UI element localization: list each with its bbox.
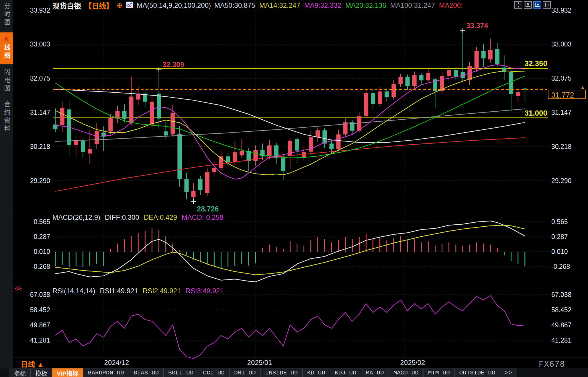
rsi-axis-label-right: 49.867	[551, 321, 587, 329]
macd-dea-value: DEA:0.429	[144, 213, 177, 221]
price-axis-label-left: 31.147	[13, 109, 50, 116]
date-axis-label: 2024/12	[104, 359, 129, 367]
macd-axis-label-left: 0.287	[13, 233, 50, 240]
price-axis-label-right: 31.147	[551, 109, 587, 116]
ma-value: MA100:31.247	[390, 1, 435, 9]
level-price-label: 31.000	[512, 109, 547, 118]
price-axis-label-right: 30.218	[551, 143, 587, 150]
extreme-markers	[156, 28, 465, 204]
macd-axis-label-right: 0.010	[551, 248, 587, 255]
extreme-price-label: 33.374	[466, 22, 488, 30]
rsi1-value: RSI1:49.921	[100, 287, 138, 295]
ma-value: MA14:32.247	[259, 1, 300, 9]
rsi-axis-label-left: 58.452	[13, 306, 50, 314]
macd-histogram	[55, 228, 525, 268]
period-tag[interactable]: 【日线】	[85, 0, 113, 11]
level-price-label: 32.350	[512, 59, 547, 68]
sidebar-tab-闪电图[interactable]: 闪电图	[0, 66, 13, 97]
axis-shift-icon[interactable]	[543, 1, 551, 9]
chart-header: 现货白银 【日线】 ⊕ MA(50,14,9,20,100,200) MA50:…	[52, 1, 463, 9]
price-axis-label-left: 33.932	[13, 7, 50, 14]
price-axis-label-right: 33.932	[551, 7, 587, 14]
indicator-tab->>[interactable]: >>	[500, 368, 517, 377]
ma-value: MA9:32.332	[304, 1, 341, 9]
price-axis-label-right: 32.075	[551, 75, 587, 82]
candles	[53, 31, 527, 201]
ma-values: MA50:30.875MA14:32.247MA9:32.332MA20:32.…	[214, 1, 463, 9]
extreme-price-label: 32.309	[162, 61, 184, 69]
rsi-axis-label-right: 58.452	[551, 306, 587, 314]
indicator-tab-VIP指标[interactable]: VIP指标	[52, 368, 83, 377]
rsi-title: RSI(14,14,14)	[52, 287, 95, 295]
indicator-tab-BARUPDN_UD[interactable]: BARUPDN_UD	[83, 368, 129, 377]
macd-axis-label-right: 0.565	[551, 218, 587, 226]
price-axis-label-right: 29.290	[551, 177, 587, 184]
compare-icon[interactable]: ⊕	[117, 1, 122, 9]
rsi2-value: RSI2:49.921	[143, 287, 181, 295]
macd-value: MACD:-0.258	[182, 213, 223, 221]
macd-axis-label-right: 0.287	[551, 233, 587, 240]
mini-chart-icon[interactable]	[126, 1, 133, 9]
indicator-tab-BIAS_UD[interactable]: BIAS_UD	[129, 368, 164, 377]
indicator-tab-MTM_UD[interactable]: MTM_UD	[424, 368, 455, 377]
macd-diff-value: DIFF:0.300	[105, 213, 139, 221]
current-price-box: 31.772	[548, 90, 586, 99]
rsi-axis-label-left: 41.281	[13, 337, 50, 344]
ma-value: MA200:	[439, 1, 463, 9]
macd-axis-label-left: -0.268	[13, 263, 50, 270]
gridlines	[13, 10, 588, 357]
indicator-tab-MACD_UD[interactable]: MACD_UD	[389, 368, 424, 377]
price-axis-label-left: 29.290	[13, 177, 50, 184]
indicator-tab-KD_UD[interactable]: KD_UD	[303, 368, 330, 377]
rsi-line	[55, 296, 525, 358]
indicator-tab-KDJ_UD[interactable]: KDJ_UD	[330, 368, 361, 377]
indicator-tab-BOLL_UD[interactable]: BOLL_UD	[164, 368, 198, 377]
indicator-tabbar: 指标模板VIP指标BARUPDN_UDBIAS_UDBOLL_UDCCI_UDD…	[0, 368, 588, 377]
date-axis-label: 2025/01	[247, 359, 272, 367]
ma-value: MA50:30.875	[214, 1, 255, 9]
sidebar-tab-合约资料[interactable]: 合约资料	[0, 98, 13, 137]
rsi-axis-label-left: 49.867	[13, 321, 50, 329]
indicator-tab-OUTSIDE_UD[interactable]: OUTSIDE_UD	[455, 368, 500, 377]
indicator-tab-INSIDE_UD[interactable]: INSIDE_UD	[261, 368, 303, 377]
sidebar-tab-分时图[interactable]: 分时图	[0, 0, 13, 31]
ma-lines	[55, 65, 525, 191]
app-window: 分时图K线图闪电图合约资料 现货白银 【日线】 ⊕ MA(50,14,9,20,…	[0, 0, 588, 377]
macd-axis-label-right: -0.268	[551, 263, 587, 270]
price-axis-label-right: 33.003	[551, 40, 587, 48]
sidebar-tab-K线图[interactable]: K线图	[0, 32, 13, 65]
date-axis-label: 2025/02	[400, 359, 425, 367]
price-axis-label-left: 33.003	[13, 40, 50, 48]
macd-axis-label-left: 0.010	[13, 248, 50, 255]
extreme-price-label: 28.726	[197, 205, 219, 213]
macd-axis-label-left: 0.565	[13, 218, 50, 226]
symbol-name: 现货白银	[52, 0, 81, 11]
chart-toolbar	[514, 1, 551, 9]
ma-value: MA20:32.136	[345, 1, 386, 9]
indicator-tab-MA_UD[interactable]: MA_UD	[361, 368, 389, 377]
rsi-header: RSI(14,14,14) RSI1:49.921 RSI2:49.921 RS…	[52, 287, 224, 295]
chart-canvas[interactable]	[0, 0, 588, 377]
indicator-tab-模板[interactable]: 模板	[31, 368, 52, 377]
axis-scale-icon[interactable]	[524, 1, 532, 9]
price-axis-label-left: 32.075	[13, 75, 50, 82]
period-selector[interactable]: 日线 ▲	[21, 359, 44, 369]
rsi-axis-label-right: 67.038	[551, 291, 587, 298]
macd-header: MACD(26,12,9) DIFF:0.300 DEA:0.429 MACD:…	[52, 213, 223, 221]
indicator-tab-指标[interactable]: 指标	[9, 368, 31, 377]
price-axis-label-left: 30.218	[13, 143, 50, 150]
rsi-axis-label-right: 41.281	[551, 337, 587, 344]
left-sidebar: 分时图K线图闪电图合约资料	[0, 0, 13, 377]
indicator-tab-DMI_UD[interactable]: DMI_UD	[230, 368, 261, 377]
price-arrow-icon: ▲	[581, 85, 585, 90]
macd-title: MACD(26,12,9)	[52, 213, 100, 221]
indicator-tab-CCI_UD[interactable]: CCI_UD	[198, 368, 230, 377]
rsi3-value: RSI3:49.921	[185, 287, 224, 295]
ma-settings-label: MA(50,14,9,20,100,200)	[137, 1, 211, 9]
axis-playhead-icon[interactable]	[533, 1, 541, 9]
alert-sun-icon[interactable]	[14, 285, 22, 293]
crosshair-icon[interactable]	[514, 1, 522, 9]
